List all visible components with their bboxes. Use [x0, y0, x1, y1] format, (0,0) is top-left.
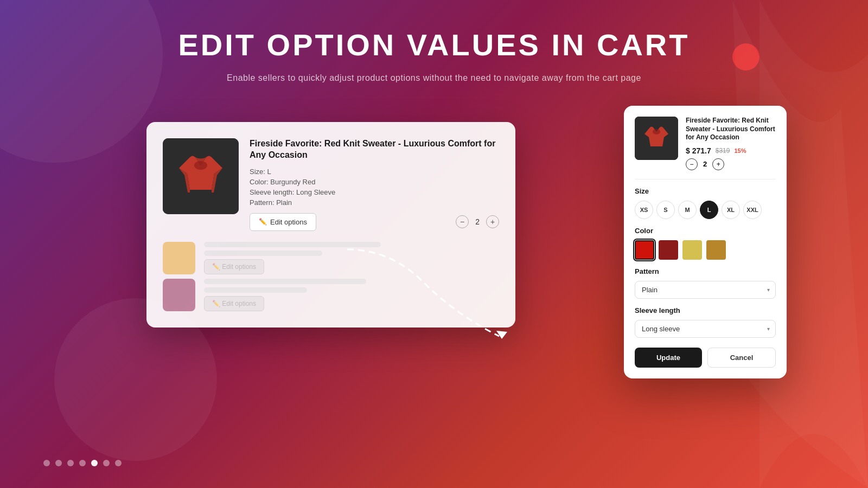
modal-actions: Update Cancel	[635, 348, 776, 368]
cart-item-footer: ✏️ Edit options − 2 +	[250, 213, 499, 231]
product-modal: Fireside Favorite: Red Knit Sweater - Lu…	[624, 106, 787, 378]
dot-6[interactable]	[103, 460, 110, 466]
dot-7[interactable]	[115, 460, 122, 466]
sleeve-section-label: Sleeve length	[635, 306, 776, 314]
dot-3[interactable]	[67, 460, 74, 466]
modal-product-image	[635, 117, 678, 160]
size-btn-xl[interactable]: XL	[722, 201, 740, 219]
dot-5[interactable]	[91, 460, 98, 466]
cart-item-row: Fireside Favorite: Red Knit Sweater - Lu…	[163, 138, 499, 231]
size-btn-m[interactable]: M	[678, 201, 697, 219]
cart-item-sleeve: Sleeve length: Long Sleeve	[250, 188, 499, 196]
dot-2[interactable]	[55, 460, 62, 466]
svg-point-4	[653, 129, 660, 134]
blurred-item-image-1	[163, 242, 195, 274]
pattern-section-label: Pattern	[635, 267, 776, 275]
cart-panel: Fireside Favorite: Red Knit Sweater - Lu…	[146, 122, 515, 328]
dot-4[interactable]	[79, 460, 86, 466]
modal-qty-decrease[interactable]: −	[686, 158, 698, 170]
pattern-chevron-icon: ▾	[767, 287, 770, 293]
modal-qty-increase[interactable]: +	[712, 158, 724, 170]
qty-increase-button[interactable]: +	[486, 215, 499, 228]
cart-item-title: Fireside Favorite: Red Knit Sweater - Lu…	[250, 138, 499, 161]
sleeve-value: Long sleeve	[642, 325, 680, 333]
svg-marker-2	[496, 331, 507, 339]
sleeve-chevron-icon: ▾	[767, 326, 770, 332]
cart-item-details: Fireside Favorite: Red Knit Sweater - Lu…	[250, 138, 499, 231]
page-subtitle: Enable sellers to quickly adjust product…	[0, 73, 868, 83]
cancel-button[interactable]: Cancel	[707, 348, 776, 368]
cart-item-blurred-2: ✏️ Edit options	[163, 279, 499, 311]
modal-price-row: $ 271.7 $319 15%	[686, 146, 776, 155]
modal-discount-badge: 15%	[734, 147, 746, 154]
page-header: EDIT OPTION VALUES IN CART Enable seller…	[0, 27, 868, 83]
dot-1[interactable]	[43, 460, 50, 466]
sleeve-dropdown-wrapper: Long sleeve ▾	[635, 320, 776, 338]
cart-item-blurred-1: ✏️ Edit options	[163, 242, 499, 274]
cart-item-pattern: Pattern: Plain	[250, 198, 499, 207]
edit-options-label: Edit options	[270, 218, 307, 226]
qty-control: − 2 +	[456, 215, 499, 228]
pagination-dots	[43, 460, 122, 466]
modal-product-info: Fireside Favorite: Red Knit Sweater - Lu…	[686, 117, 776, 170]
modal-original-price: $319	[716, 147, 730, 155]
qty-value: 2	[475, 217, 480, 226]
color-section-label: Color	[635, 227, 776, 235]
qty-decrease-button[interactable]: −	[456, 215, 469, 228]
modal-qty-value: 2	[703, 160, 707, 168]
size-btn-s[interactable]: S	[656, 201, 675, 219]
blurred-edit-button-2: ✏️ Edit options	[204, 296, 264, 311]
divider-1	[635, 179, 776, 179]
blurred-item-image-2	[163, 279, 195, 311]
color-swatch-burgundy[interactable]	[659, 240, 678, 260]
color-swatch-red[interactable]	[635, 240, 654, 260]
cart-item-color: Color: Burgundy Red	[250, 178, 499, 186]
size-options: XS S M L XL XXL	[635, 201, 776, 219]
color-options	[635, 240, 776, 260]
pencil-icon: ✏️	[259, 218, 267, 226]
cart-item-image	[163, 138, 239, 214]
size-btn-xxl[interactable]: XXL	[743, 201, 762, 219]
size-section-label: Size	[635, 187, 776, 195]
color-swatch-tan[interactable]	[706, 240, 726, 260]
color-swatch-yellow[interactable]	[682, 240, 702, 260]
modal-price: $ 271.7	[686, 146, 711, 155]
cart-item-size: Size: L	[250, 168, 499, 176]
blurred-edit-button-1: ✏️ Edit options	[204, 259, 264, 274]
update-button[interactable]: Update	[635, 348, 702, 368]
modal-qty-row: − 2 +	[686, 158, 776, 170]
page-title: EDIT OPTION VALUES IN CART	[0, 27, 868, 62]
size-btn-l[interactable]: L	[700, 201, 718, 219]
sleeve-dropdown[interactable]: Long sleeve ▾	[635, 320, 776, 338]
size-btn-xs[interactable]: XS	[635, 201, 653, 219]
modal-product-title: Fireside Favorite: Red Knit Sweater - Lu…	[686, 117, 776, 142]
modal-header: Fireside Favorite: Red Knit Sweater - Lu…	[635, 117, 776, 170]
pattern-dropdown-wrapper: Plain ▾	[635, 281, 776, 299]
pattern-dropdown[interactable]: Plain ▾	[635, 281, 776, 299]
svg-point-1	[194, 161, 207, 170]
pattern-value: Plain	[642, 286, 658, 294]
edit-options-button[interactable]: ✏️ Edit options	[250, 213, 316, 231]
